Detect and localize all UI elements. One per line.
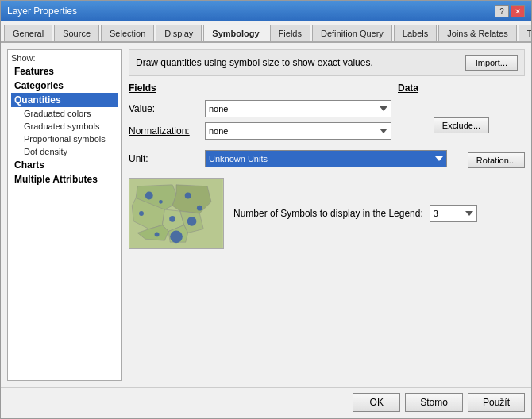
legend-count-select[interactable]: 3 4 5 (430, 205, 477, 222)
svg-point-12 (187, 217, 197, 226)
svg-point-14 (170, 231, 183, 244)
svg-point-11 (169, 216, 175, 222)
layer-properties-window: Layer Properties ? ✕ General Source Sele… (0, 0, 532, 419)
unit-row: Unit: Unknown Units Rotation... (129, 149, 525, 168)
legend-count-row: Number of Symbols to display in the Lege… (233, 205, 477, 222)
bottom-section: Number of Symbols to display in the Lege… (129, 178, 525, 249)
svg-point-16 (197, 206, 202, 211)
rotation-button[interactable]: Rotation... (468, 152, 525, 168)
map-preview (129, 178, 224, 249)
legend-count-label: Number of Symbols to display in the Lege… (233, 208, 423, 219)
tab-selection[interactable]: Selection (101, 25, 154, 41)
exclude-button[interactable]: Exclude... (434, 117, 489, 133)
tree-multiple-attributes[interactable]: Multiple Attributes (11, 172, 118, 186)
import-button[interactable]: Import... (465, 55, 518, 71)
svg-point-13 (155, 232, 160, 236)
data-section-inner: Exclude... (398, 98, 525, 133)
svg-point-15 (159, 200, 163, 204)
cancel-button[interactable]: Stomo (405, 393, 463, 412)
tree-charts[interactable]: Charts (11, 158, 118, 172)
right-panel: Draw quantities using symbol size to sho… (129, 49, 525, 381)
normalization-label: Normalization: (129, 125, 200, 136)
main-area: Show: Features Categories Quantities Gra… (7, 49, 525, 381)
close-button[interactable]: ✕ (511, 5, 525, 17)
left-panel: Show: Features Categories Quantities Gra… (7, 49, 122, 381)
tab-fields[interactable]: Fields (270, 25, 310, 41)
tree-graduated-colors[interactable]: Graduated colors (11, 107, 118, 120)
tab-display[interactable]: Display (156, 25, 202, 41)
description-text: Draw quantities using symbol size to sho… (136, 57, 373, 68)
data-header: Data (398, 83, 525, 94)
tab-general[interactable]: General (4, 25, 52, 41)
tab-labels[interactable]: Labels (394, 25, 437, 41)
fields-section: Fields Value: none Normalization: none (129, 83, 391, 140)
svg-point-10 (139, 211, 144, 216)
tab-time[interactable]: Time (519, 25, 531, 41)
window-title: Layer Properties (7, 6, 77, 17)
titlebar-buttons: ? ✕ (495, 5, 525, 17)
value-select[interactable]: none (205, 100, 391, 117)
data-section: Data Exclude... (398, 83, 525, 140)
tree-quantities[interactable]: Quantities (11, 93, 118, 107)
ok-button[interactable]: OK (353, 393, 400, 412)
unit-select[interactable]: Unknown Units (205, 150, 447, 167)
value-row: Value: none (129, 100, 391, 117)
value-label: Value: (129, 103, 200, 114)
tab-symbology[interactable]: Symbology (203, 25, 268, 43)
fields-data-row: Fields Value: none Normalization: none (129, 83, 525, 140)
tree-proportional-symbols[interactable]: Proportional symbols (11, 133, 118, 145)
fields-header: Fields (129, 83, 391, 94)
description-bar: Draw quantities using symbol size to sho… (129, 49, 525, 76)
tree-dot-density[interactable]: Dot density (11, 145, 118, 158)
titlebar: Layer Properties ? ✕ (1, 1, 531, 21)
content-area: Show: Features Categories Quantities Gra… (1, 43, 531, 387)
unit-label: Unit: (129, 153, 200, 164)
tab-source[interactable]: Source (54, 25, 99, 41)
apply-button[interactable]: Použít (468, 393, 525, 412)
svg-point-9 (185, 193, 191, 199)
tree-categories[interactable]: Categories (11, 79, 118, 93)
svg-point-8 (145, 192, 153, 200)
tree-graduated-symbols[interactable]: Graduated symbols (11, 120, 118, 133)
tree-features[interactable]: Features (11, 64, 118, 79)
help-button[interactable]: ? (495, 5, 509, 17)
footer: OK Stomo Použít (1, 387, 531, 418)
tabs-row: General Source Selection Display Symbolo… (1, 21, 531, 43)
tab-joins-relates[interactable]: Joins & Relates (438, 25, 516, 41)
normalization-row: Normalization: none (129, 122, 391, 140)
tab-definition-query[interactable]: Definition Query (312, 25, 392, 41)
normalization-select[interactable]: none (205, 122, 391, 140)
show-label: Show: (11, 53, 118, 63)
